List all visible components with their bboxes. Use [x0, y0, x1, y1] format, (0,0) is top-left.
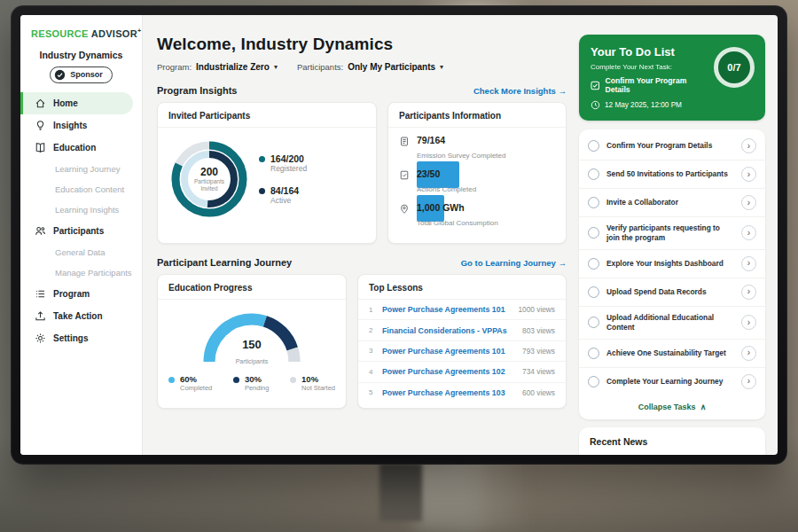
main-content: Welcome, Industry Dynamics Program: Indu…	[143, 15, 577, 455]
chevron-right-icon[interactable]: ›	[741, 138, 756, 153]
card-title: Participants Information	[388, 103, 566, 128]
upload-action-icon	[35, 310, 46, 322]
legend-value: 30%	[245, 374, 270, 384]
learning-journey-header: Participant Learning Journey Go to Learn…	[157, 257, 567, 268]
lesson-title-link[interactable]: Power Purchase Agreements 102	[382, 367, 515, 376]
lesson-row: 1 Power Purchase Agreements 101 1000 vie…	[358, 300, 566, 320]
task-checkbox[interactable]	[588, 317, 599, 328]
legend-not-started: 10%Not Started	[290, 374, 335, 392]
sidebar-item-general-data[interactable]: General Data	[20, 242, 133, 262]
sidebar-item-label: Insights	[53, 121, 87, 130]
book-icon	[35, 142, 46, 153]
task-checkbox[interactable]	[588, 140, 599, 152]
sidebar-item-take-action[interactable]: Take Action	[20, 305, 133, 327]
sidebar-item-label: Manage Participants	[55, 268, 132, 278]
lesson-row: 2 Financial Considerations - VPPAs 803 v…	[358, 320, 566, 340]
stat-global-consumption: 1,000 GWhTotal Global Consumption	[388, 195, 566, 229]
todo-column: Your To Do List Complete Your Next Task:…	[577, 15, 778, 455]
chevron-right-icon[interactable]: ›	[741, 256, 756, 271]
chevron-down-icon: ▾	[440, 63, 443, 71]
sidebar-item-insights[interactable]: Insights	[20, 114, 133, 137]
lesson-title-link[interactable]: Power Purchase Agreements 103	[382, 388, 515, 397]
todo-next-task[interactable]: Confirm Your Program Details	[591, 76, 708, 94]
lesson-rank: 5	[369, 388, 375, 396]
legend-value: 84/164	[270, 185, 299, 196]
learning-cards-row: Education Progress 150 Participants	[157, 274, 567, 409]
legend-completed: 60%Completed	[168, 374, 212, 392]
participants-filter[interactable]: Participants: Only My Participants ▾	[297, 62, 443, 72]
sponsor-badge[interactable]: Sponsor	[50, 66, 113, 83]
go-to-learning-journey-link[interactable]: Go to Learning Journey →	[461, 258, 567, 268]
stat-label: Actions Completed	[417, 185, 476, 193]
todo-next-task-label: Confirm Your Program Details	[605, 76, 708, 94]
arrow-right-icon: →	[559, 258, 567, 268]
lesson-views: 1000 views	[518, 305, 555, 314]
check-more-insights-link[interactable]: Check More Insights →	[473, 86, 567, 96]
sidebar-item-participants[interactable]: Participants	[20, 220, 133, 242]
chevron-right-icon[interactable]: ›	[741, 315, 756, 330]
donut-center-value: 200	[200, 166, 218, 178]
sidebar-item-label: General Data	[55, 247, 106, 257]
task-checkbox[interactable]	[588, 376, 599, 387]
gear-icon	[35, 332, 46, 344]
task-checkbox[interactable]	[588, 348, 599, 359]
todo-progress-ring: 0/7	[714, 47, 755, 88]
task-row-send-invitations[interactable]: Send 50 Invitations to Participants ›	[579, 160, 765, 189]
task-row-upload-educational-content[interactable]: Upload Additional Educational Content ›	[579, 307, 765, 340]
task-checkbox[interactable]	[588, 227, 599, 239]
dashboard-screen: RESOURCE ADVISOR+ Industry Dynamics Spon…	[20, 15, 778, 455]
chevron-right-icon[interactable]: ›	[741, 374, 756, 389]
task-row-invite-collaborator[interactable]: Invite a Collaborator ›	[579, 189, 765, 217]
collapse-tasks-link[interactable]: Collapse Tasks ∧	[579, 395, 765, 416]
sidebar-item-settings[interactable]: Settings	[20, 327, 133, 349]
link-label: Go to Learning Journey	[461, 258, 556, 268]
task-checkbox[interactable]	[588, 258, 599, 270]
participants-filter-label: Participants:	[297, 62, 343, 72]
lesson-rank: 4	[369, 368, 375, 376]
task-checkbox[interactable]	[588, 286, 599, 298]
gauge-legend: 60%Completed 30%Pending 10%Not Started	[158, 367, 346, 392]
lesson-title-link[interactable]: Financial Considerations - VPPAs	[382, 326, 515, 335]
program-filter[interactable]: Program: Industrialize Zero ▾	[157, 62, 278, 72]
monitor-bezel: RESOURCE ADVISOR+ Industry Dynamics Spon…	[11, 5, 787, 465]
task-row-achieve-target[interactable]: Achieve One Sustainability Target ›	[579, 340, 765, 368]
sidebar-item-program[interactable]: Program	[20, 283, 133, 305]
insights-cards-row: Invited Participants 200 Participants In…	[157, 102, 567, 244]
task-row-confirm-program[interactable]: Confirm Your Program Details ›	[579, 132, 765, 160]
sidebar-item-education[interactable]: Education	[20, 137, 133, 159]
filter-bar: Program: Industrialize Zero ▾ Participan…	[157, 62, 567, 72]
task-checkbox[interactable]	[588, 197, 599, 208]
sidebar-item-learning-journey[interactable]: Learning Journey	[20, 159, 133, 179]
clock-icon	[591, 100, 600, 110]
sidebar-item-education-content[interactable]: Education Content	[20, 179, 133, 200]
todo-summary-card: Your To Do List Complete Your Next Task:…	[579, 35, 765, 121]
task-row-complete-learning-journey[interactable]: Complete Your Learning Journey ›	[579, 368, 765, 395]
app-logo: RESOURCE ADVISOR+	[20, 27, 142, 39]
lesson-title-link[interactable]: Power Purchase Agreements 101	[382, 347, 515, 356]
chevron-right-icon[interactable]: ›	[741, 346, 756, 361]
sidebar-item-home[interactable]: Home	[20, 92, 133, 114]
education-gauge-chart: 150 Participants	[197, 307, 307, 367]
task-row-explore-insights[interactable]: Explore Your Insights Dashboard ›	[579, 250, 765, 278]
participants-information-card: Participants Information 79/164Emission …	[387, 102, 567, 244]
lesson-title-link[interactable]: Power Purchase Agreements 101	[382, 305, 511, 314]
stat-value: 79/164	[417, 135, 505, 145]
sidebar-item-learning-insights[interactable]: Learning Insights	[20, 200, 133, 220]
legend-dot	[233, 377, 239, 383]
chevron-right-icon[interactable]: ›	[741, 225, 756, 240]
task-checkbox[interactable]	[588, 168, 599, 180]
chevron-right-icon[interactable]: ›	[741, 167, 756, 182]
task-row-upload-spend-data[interactable]: Upload Spend Data Records ›	[579, 278, 765, 307]
link-label: Check More Insights	[473, 86, 556, 96]
chevron-right-icon[interactable]: ›	[741, 195, 756, 210]
sidebar-item-label: Take Action	[53, 311, 103, 321]
task-row-verify-participants[interactable]: Verify participants requesting to join t…	[579, 217, 765, 250]
task-label: Complete Your Learning Journey	[606, 377, 734, 387]
recent-news-card: Recent News	[579, 427, 765, 455]
chevron-right-icon[interactable]: ›	[741, 285, 756, 300]
legend-value: 60%	[180, 374, 212, 384]
sidebar-item-manage-participants[interactable]: Manage Participants	[20, 262, 133, 283]
task-label: Send 50 Invitations to Participants	[606, 169, 734, 179]
legend-pending: 30%Pending	[233, 374, 270, 392]
lesson-row: 3 Power Purchase Agreements 101 793 view…	[358, 341, 566, 362]
